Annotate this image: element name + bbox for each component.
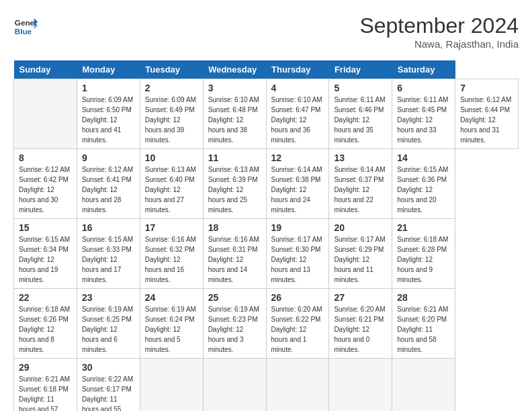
table-row: 7Sunrise: 6:12 AMSunset: 6:44 PMDaylight… bbox=[455, 79, 519, 149]
location: Nawa, Rajasthan, India bbox=[359, 38, 519, 50]
day-number: 24 bbox=[145, 292, 198, 303]
day-info: Sunrise: 6:12 AMSunset: 6:44 PMDaylight:… bbox=[460, 95, 513, 145]
day-info: Sunrise: 6:09 AMSunset: 6:49 PMDaylight:… bbox=[145, 95, 198, 145]
day-info: Sunrise: 6:13 AMSunset: 6:39 PMDaylight:… bbox=[208, 165, 261, 215]
day-info: Sunrise: 6:09 AMSunset: 6:50 PMDaylight:… bbox=[82, 95, 135, 145]
table-row: 24Sunrise: 6:19 AMSunset: 6:24 PMDayligh… bbox=[140, 289, 203, 359]
table-row bbox=[203, 359, 266, 412]
table-row: 29Sunrise: 6:21 AMSunset: 6:18 PMDayligh… bbox=[14, 359, 77, 412]
table-row bbox=[266, 359, 329, 412]
page-header: General Blue September 2024 Nawa, Rajast… bbox=[13, 13, 519, 50]
table-row: 10Sunrise: 6:13 AMSunset: 6:40 PMDayligh… bbox=[140, 149, 203, 219]
day-number: 9 bbox=[82, 152, 135, 163]
svg-text:Blue: Blue bbox=[15, 27, 32, 36]
table-row: 3Sunrise: 6:10 AMSunset: 6:48 PMDaylight… bbox=[203, 79, 266, 149]
header-thursday: Thursday bbox=[266, 60, 329, 79]
logo-icon: General Blue bbox=[13, 13, 38, 38]
calendar-header-row: Sunday Monday Tuesday Wednesday Thursday… bbox=[14, 60, 519, 79]
day-info: Sunrise: 6:16 AMSunset: 6:32 PMDaylight:… bbox=[145, 234, 198, 285]
table-row: 30Sunrise: 6:22 AMSunset: 6:17 PMDayligh… bbox=[77, 359, 140, 412]
calendar-week-5: 29Sunrise: 6:21 AMSunset: 6:18 PMDayligh… bbox=[14, 359, 519, 412]
table-row: 5Sunrise: 6:11 AMSunset: 6:46 PMDaylight… bbox=[329, 79, 392, 149]
header-friday: Friday bbox=[329, 60, 392, 79]
calendar-week-3: 15Sunrise: 6:15 AMSunset: 6:34 PMDayligh… bbox=[14, 219, 519, 289]
day-info: Sunrise: 6:10 AMSunset: 6:47 PMDaylight:… bbox=[271, 95, 324, 145]
table-row: 23Sunrise: 6:19 AMSunset: 6:25 PMDayligh… bbox=[77, 289, 140, 359]
title-block: September 2024 Nawa, Rajasthan, India bbox=[359, 13, 519, 50]
table-row: 14Sunrise: 6:15 AMSunset: 6:36 PMDayligh… bbox=[392, 149, 455, 219]
table-row: 19Sunrise: 6:17 AMSunset: 6:30 PMDayligh… bbox=[266, 219, 329, 289]
day-number: 16 bbox=[82, 222, 135, 233]
day-info: Sunrise: 6:10 AMSunset: 6:48 PMDaylight:… bbox=[208, 95, 261, 145]
table-row: 8Sunrise: 6:12 AMSunset: 6:42 PMDaylight… bbox=[14, 149, 77, 219]
day-number: 1 bbox=[82, 83, 135, 93]
header-tuesday: Tuesday bbox=[140, 60, 203, 79]
table-row: 27Sunrise: 6:20 AMSunset: 6:21 PMDayligh… bbox=[329, 289, 392, 359]
header-saturday: Saturday bbox=[392, 60, 455, 79]
table-row: 25Sunrise: 6:19 AMSunset: 6:23 PMDayligh… bbox=[203, 289, 266, 359]
calendar-table: Sunday Monday Tuesday Wednesday Thursday… bbox=[13, 60, 519, 411]
calendar-week-2: 8Sunrise: 6:12 AMSunset: 6:42 PMDaylight… bbox=[14, 149, 519, 219]
day-number: 13 bbox=[334, 152, 387, 163]
day-info: Sunrise: 6:11 AMSunset: 6:45 PMDaylight:… bbox=[397, 95, 450, 145]
table-row: 9Sunrise: 6:12 AMSunset: 6:41 PMDaylight… bbox=[77, 149, 140, 219]
day-number: 21 bbox=[397, 222, 450, 233]
day-info: Sunrise: 6:17 AMSunset: 6:29 PMDaylight:… bbox=[334, 234, 387, 285]
table-row: 6Sunrise: 6:11 AMSunset: 6:45 PMDaylight… bbox=[392, 79, 455, 149]
day-number: 5 bbox=[334, 83, 387, 93]
day-info: Sunrise: 6:20 AMSunset: 6:21 PMDaylight:… bbox=[334, 304, 387, 355]
day-info: Sunrise: 6:15 AMSunset: 6:33 PMDaylight:… bbox=[82, 234, 135, 285]
day-number: 8 bbox=[19, 152, 72, 163]
day-number: 3 bbox=[208, 83, 261, 93]
day-number: 20 bbox=[334, 222, 387, 233]
day-info: Sunrise: 6:15 AMSunset: 6:34 PMDaylight:… bbox=[19, 234, 72, 285]
day-number: 10 bbox=[145, 152, 198, 163]
table-row: 28Sunrise: 6:21 AMSunset: 6:20 PMDayligh… bbox=[392, 289, 455, 359]
day-number: 19 bbox=[271, 222, 324, 233]
day-number: 15 bbox=[19, 222, 72, 233]
table-row: 4Sunrise: 6:10 AMSunset: 6:47 PMDaylight… bbox=[266, 79, 329, 149]
table-row: 15Sunrise: 6:15 AMSunset: 6:34 PMDayligh… bbox=[14, 219, 77, 289]
day-info: Sunrise: 6:19 AMSunset: 6:23 PMDaylight:… bbox=[208, 304, 261, 355]
day-number: 12 bbox=[271, 152, 324, 163]
table-row: 21Sunrise: 6:18 AMSunset: 6:28 PMDayligh… bbox=[392, 219, 455, 289]
day-number: 25 bbox=[208, 292, 261, 303]
day-info: Sunrise: 6:11 AMSunset: 6:46 PMDaylight:… bbox=[334, 95, 387, 145]
table-row bbox=[140, 359, 203, 412]
day-number: 7 bbox=[460, 83, 513, 93]
day-info: Sunrise: 6:20 AMSunset: 6:22 PMDaylight:… bbox=[271, 304, 324, 355]
day-info: Sunrise: 6:19 AMSunset: 6:25 PMDaylight:… bbox=[82, 304, 135, 355]
day-info: Sunrise: 6:22 AMSunset: 6:17 PMDaylight:… bbox=[82, 374, 135, 411]
day-number: 18 bbox=[208, 222, 261, 233]
table-row: 13Sunrise: 6:14 AMSunset: 6:37 PMDayligh… bbox=[329, 149, 392, 219]
day-info: Sunrise: 6:15 AMSunset: 6:36 PMDaylight:… bbox=[397, 165, 450, 215]
day-number: 26 bbox=[271, 292, 324, 303]
day-number: 30 bbox=[82, 362, 135, 373]
day-number: 29 bbox=[19, 362, 72, 373]
day-info: Sunrise: 6:12 AMSunset: 6:41 PMDaylight:… bbox=[82, 165, 135, 215]
day-info: Sunrise: 6:21 AMSunset: 6:20 PMDaylight:… bbox=[397, 304, 450, 355]
table-row: 2Sunrise: 6:09 AMSunset: 6:49 PMDaylight… bbox=[140, 79, 203, 149]
calendar-week-1: 1Sunrise: 6:09 AMSunset: 6:50 PMDaylight… bbox=[14, 79, 519, 149]
day-number: 4 bbox=[271, 83, 324, 93]
day-info: Sunrise: 6:14 AMSunset: 6:37 PMDaylight:… bbox=[334, 165, 387, 215]
day-number: 22 bbox=[19, 292, 72, 303]
table-row: 12Sunrise: 6:14 AMSunset: 6:38 PMDayligh… bbox=[266, 149, 329, 219]
day-number: 27 bbox=[334, 292, 387, 303]
day-info: Sunrise: 6:14 AMSunset: 6:38 PMDaylight:… bbox=[271, 165, 324, 215]
day-info: Sunrise: 6:17 AMSunset: 6:30 PMDaylight:… bbox=[271, 234, 324, 285]
table-row: 16Sunrise: 6:15 AMSunset: 6:33 PMDayligh… bbox=[77, 219, 140, 289]
day-number: 28 bbox=[397, 292, 450, 303]
table-row bbox=[392, 359, 455, 412]
table-row: 20Sunrise: 6:17 AMSunset: 6:29 PMDayligh… bbox=[329, 219, 392, 289]
table-row: 1Sunrise: 6:09 AMSunset: 6:50 PMDaylight… bbox=[77, 79, 140, 149]
table-row: 11Sunrise: 6:13 AMSunset: 6:39 PMDayligh… bbox=[203, 149, 266, 219]
day-number: 6 bbox=[397, 83, 450, 93]
day-number: 11 bbox=[208, 152, 261, 163]
day-info: Sunrise: 6:16 AMSunset: 6:31 PMDaylight:… bbox=[208, 234, 261, 285]
header-wednesday: Wednesday bbox=[203, 60, 266, 79]
table-row: 22Sunrise: 6:18 AMSunset: 6:26 PMDayligh… bbox=[14, 289, 77, 359]
day-info: Sunrise: 6:12 AMSunset: 6:42 PMDaylight:… bbox=[19, 165, 72, 215]
day-info: Sunrise: 6:18 AMSunset: 6:26 PMDaylight:… bbox=[19, 304, 72, 355]
day-info: Sunrise: 6:13 AMSunset: 6:40 PMDaylight:… bbox=[145, 165, 198, 215]
